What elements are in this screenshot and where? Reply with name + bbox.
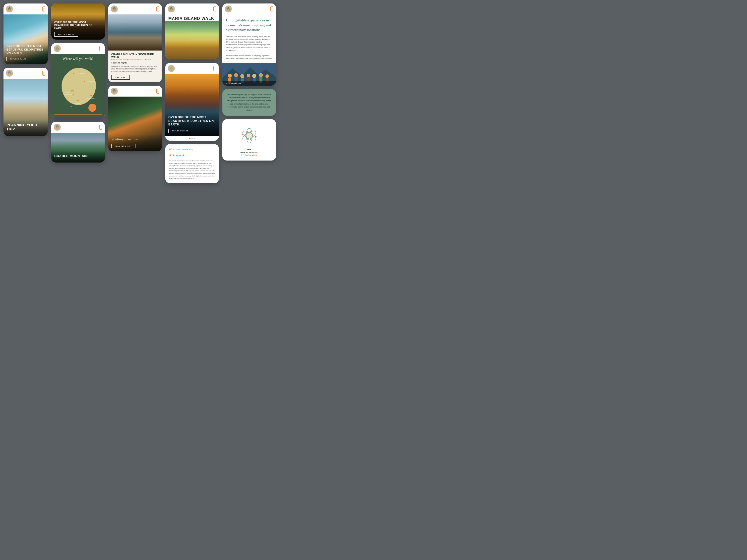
cradle-mountain-image-2: CRADLE MOUNTAIN — [51, 133, 105, 162]
svg-point-59 — [234, 73, 238, 77]
main-layout: THE GREAT WALKS TASMANIA Over 300 of the — [0, 0, 374, 280]
planning-trip-card: THE GREAT WALKS TASMANIA PLANNING YOUR T… — [3, 68, 48, 136]
hamburger-button-cradle2[interactable] — [99, 125, 102, 130]
hamburger-button-detail[interactable] — [156, 6, 159, 11]
cradle-overlay-2: CRADLE MOUNTAIN — [51, 151, 105, 162]
logo-area-1: THE GREAT WALKS TASMANIA — [6, 5, 13, 12]
svg-text:TASMANIA: TASMANIA — [112, 10, 116, 11]
column-1: THE GREAT WALKS TASMANIA Over 300 of the — [3, 3, 48, 136]
over-300-text: Over 300 of the most beautiful kilometre… — [6, 45, 45, 54]
card-header-planning: THE GREAT WALKS TASMANIA — [3, 68, 48, 79]
hamburger-button-visiting[interactable] — [156, 88, 159, 94]
dot-active — [189, 138, 190, 139]
cabin-over-300: Over 300 of the most beautiful kilometre… — [54, 21, 102, 30]
beach-hero-card: THE GREAT WALKS TASMANIA Over 300 of the — [3, 3, 48, 64]
svg-text:TASMANIA: TASMANIA — [170, 10, 173, 11]
dot-2 — [194, 138, 196, 139]
logo-circle-rocks: THE GREAT WALKS TASMANIA — [168, 65, 175, 72]
visiting-tasmania-card: THE GREAT WALKS TASMANIA Visiting Tasman… — [108, 86, 162, 151]
svg-point-80 — [249, 128, 250, 129]
logo-circle-map: THE GREAT WALKS TASMANIA — [54, 45, 61, 52]
rocks-over-300: Over 300 of the most beautiful kilometre… — [168, 115, 216, 126]
explore-walks-btn-1[interactable]: EXPLORE WALKS — [6, 57, 30, 61]
reviews-title: What our guests say — [169, 148, 215, 151]
unforgettable-content: Unforgettable experiences in Tasmania's … — [222, 15, 276, 63]
location-dot-hobart[interactable] — [77, 100, 79, 101]
beach-walk-image: PLANNING YOUR TRIP — [3, 79, 48, 136]
visiting-title: Visiting Tasmania? — [111, 137, 159, 142]
svg-text:Signature Walk: Signature Walk — [64, 94, 73, 95]
ferns-image: Visiting Tasmania? PLAN YOUR VISIT — [108, 97, 162, 151]
svg-point-61 — [240, 74, 244, 78]
svg-point-74 — [247, 133, 252, 138]
card-header-rocks: THE GREAT WALKS TASMANIA — [165, 63, 219, 74]
walk-detail-card: THE GREAT WALKS TASMANIA CRADLE MOUNTAIN… — [108, 3, 162, 82]
svg-point-17 — [72, 90, 73, 91]
star-rating: ★★★★★ — [169, 153, 215, 158]
unforgettable-card: THE GREAT WALKS TASMANIA Unforgettable e… — [222, 3, 276, 86]
column-4: THE GREAT WALKS TASMANIA MARIA ISLAND WA… — [165, 3, 219, 183]
location-dot-maria[interactable] — [91, 95, 92, 96]
logo-area-unforgettable: THE GREAT WALKS TASMANIA — [225, 5, 232, 12]
svg-text:TASMANIA: TASMANIA — [227, 10, 230, 11]
logo-area-maria: THE GREAT WALKS TASMANIA — [168, 5, 175, 12]
logo-circle-maria: THE GREAT WALKS TASMANIA — [168, 5, 175, 12]
maria-island-image — [165, 21, 219, 59]
planet-logo — [239, 126, 259, 145]
visiting-overlay: Visiting Tasmania? PLAN YOUR VISIT — [108, 134, 162, 151]
maria-island-card: THE GREAT WALKS TASMANIA MARIA ISLAND WA… — [165, 3, 219, 59]
column-5: THE GREAT WALKS TASMANIA Unforgettable e… — [222, 3, 276, 161]
walk-subtitle: BROUGHT TO YOU BY TASMANIAN WALKING CO. — [111, 59, 159, 60]
location-dot-bass[interactable] — [73, 73, 74, 74]
svg-text:TASMANIA: TASMANIA — [8, 10, 11, 11]
cabin-image: Over 300 of the most beautiful kilometre… — [51, 3, 105, 39]
svg-text:TASMANIA: TASMANIA — [112, 92, 116, 93]
logo-area-visiting: THE GREAT WALKS TASMANIA — [111, 88, 118, 95]
logo-card-text: THEGREAT WALKSOF TASMANIA — [240, 148, 258, 157]
maria-title-section: MARIA ISLAND WALK — [165, 15, 219, 21]
hamburger-button-unforgettable[interactable] — [271, 6, 274, 11]
svg-text:Maria Island: Maria Island — [87, 98, 95, 99]
beach-overlay: Over 300 of the most beautiful kilometre… — [3, 42, 48, 64]
explore-walks-btn-rocks[interactable]: EXPLORE WALKS — [168, 129, 192, 133]
hamburger-button-1[interactable] — [42, 6, 45, 11]
beach-image: Over 300 of the most beautiful kilometre… — [3, 15, 48, 64]
group-photo-svg: South Cape Sea Walk — [222, 63, 276, 86]
hamburger-button-planning[interactable] — [42, 71, 45, 76]
logo-circle-planning: THE GREAT WALKS TASMANIA — [6, 70, 13, 77]
svg-point-63 — [247, 74, 250, 77]
svg-text:LAUNCESTON: LAUNCESTON — [86, 81, 96, 83]
acknowledgement-card: We acknowledge and pay our respects to t… — [222, 89, 276, 116]
svg-point-78 — [242, 134, 243, 135]
map-card: THE GREAT WALKS TASMANIA Where will you … — [51, 43, 105, 118]
acknowledgement-text: We acknowledge and pay our respects to t… — [226, 93, 272, 112]
svg-point-79 — [255, 136, 256, 137]
tasmania-map: BASS STRAIT LAUNCESTON Cradle Mountain S… — [55, 63, 101, 113]
location-dot-launceston[interactable] — [84, 81, 85, 82]
walk-title: CRADLE MOUNTAIN SIGNATURE WALK — [111, 53, 159, 58]
walk-description: Walk with us into a World Heritage site.… — [111, 65, 159, 73]
hamburger-button-map[interactable] — [99, 46, 102, 51]
explore-walks-btn-cabin[interactable]: EXPLORE WALKS — [54, 32, 78, 36]
unforgettable-heading: Unforgettable experiences in Tasmania's … — [226, 18, 273, 33]
plan-visit-btn[interactable]: PLAN YOUR VISIT — [111, 144, 135, 148]
hamburger-button-maria[interactable] — [213, 6, 216, 11]
pagination-dots — [165, 136, 219, 141]
logo-circle-visiting: THE GREAT WALKS TASMANIA — [111, 88, 118, 95]
group-photo: South Cape Sea Walk — [222, 63, 276, 86]
svg-point-69 — [265, 74, 269, 78]
card-header-detail: THE GREAT WALKS TASMANIA — [108, 3, 162, 15]
svg-point-65 — [252, 74, 256, 78]
logo-area-planning: THE GREAT WALKS TASMANIA — [6, 70, 13, 77]
orange-circle-map — [88, 104, 96, 112]
svg-point-57 — [228, 74, 232, 78]
svg-text:TASMANIA: TASMANIA — [55, 50, 59, 51]
logo-area-map: THE GREAT WALKS TASMANIA — [54, 45, 61, 52]
svg-text:TASMANIA: TASMANIA — [170, 70, 173, 71]
column-2: Over 300 of the most beautiful kilometre… — [51, 3, 105, 162]
hamburger-button-rocks[interactable] — [213, 66, 216, 71]
walk-duration: 7 days / 6 nights — [111, 62, 159, 64]
rocks-ocean-image: Over 300 of the most beautiful kilometre… — [165, 74, 219, 136]
explore-button[interactable]: EXPLORE — [111, 75, 130, 80]
map-svg-container: BASS STRAIT LAUNCESTON Cradle Mountain S… — [54, 63, 102, 113]
